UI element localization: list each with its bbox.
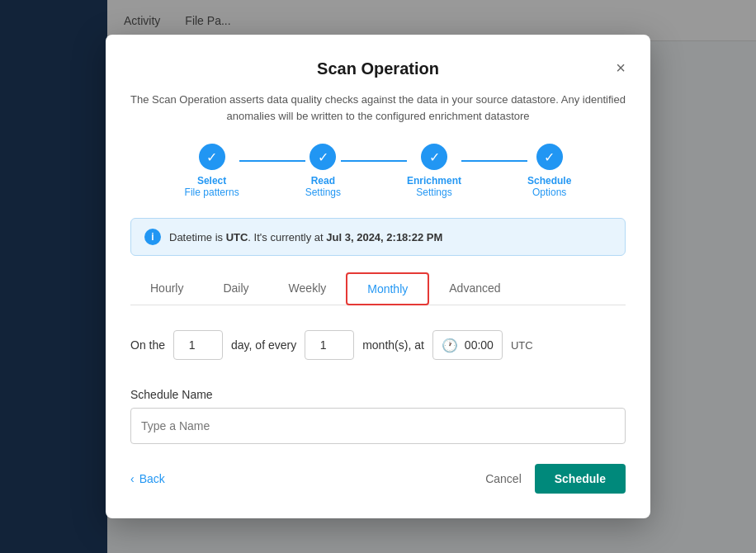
time-value: 00:00 bbox=[465, 338, 494, 352]
step-select-circle: ✓ bbox=[199, 144, 225, 170]
back-button[interactable]: ‹ Back bbox=[130, 472, 165, 485]
step-enrichment-circle: ✓ bbox=[421, 144, 447, 170]
tab-advanced[interactable]: Advanced bbox=[429, 272, 520, 305]
step-select: ✓ Select File patterns bbox=[185, 144, 239, 198]
months-at-label: month(s), at bbox=[362, 338, 424, 352]
tab-monthly[interactable]: Monthly bbox=[346, 272, 429, 305]
step-read-label: Read Settings bbox=[305, 175, 341, 198]
monthly-tab-content: On the day, of every month(s), at 🕐 00:0… bbox=[130, 322, 626, 368]
of-every-label: day, of every bbox=[231, 338, 296, 352]
close-button[interactable]: × bbox=[616, 59, 626, 76]
step-connector-2 bbox=[341, 160, 407, 162]
time-input-wrapper: 🕐 00:00 bbox=[432, 330, 503, 360]
step-enrichment: ✓ Enrichment Settings bbox=[407, 144, 461, 198]
step-schedule: ✓ Schedule Options bbox=[527, 144, 571, 198]
tab-daily[interactable]: Daily bbox=[203, 272, 268, 305]
clock-icon: 🕐 bbox=[442, 338, 458, 353]
scan-operation-modal: Scan Operation × The Scan Operation asse… bbox=[106, 35, 650, 518]
step-read-circle: ✓ bbox=[309, 144, 336, 170]
info-icon: i bbox=[144, 229, 161, 245]
cancel-button[interactable]: Cancel bbox=[485, 472, 522, 485]
step-connector-1 bbox=[239, 160, 305, 162]
step-schedule-label: Schedule Options bbox=[527, 175, 571, 198]
tab-weekly[interactable]: Weekly bbox=[269, 272, 347, 305]
day-input[interactable] bbox=[173, 330, 223, 360]
info-datetime: Jul 3, 2024, 2:18:22 PM bbox=[326, 231, 442, 243]
back-chevron-icon: ‹ bbox=[130, 472, 135, 485]
step-select-label: Select File patterns bbox=[185, 175, 239, 198]
info-banner: i Datetime is UTC. It's currently at Jul… bbox=[130, 218, 626, 256]
step-schedule-circle: ✓ bbox=[536, 144, 563, 170]
modal-description: The Scan Operation asserts data quality … bbox=[130, 92, 626, 124]
modal-footer: ‹ Back Cancel Schedule bbox=[130, 464, 626, 494]
step-enrichment-label: Enrichment Settings bbox=[407, 175, 461, 198]
steps-container: ✓ Select File patterns ✓ Read Settings ✓… bbox=[130, 144, 626, 198]
footer-right: Cancel Schedule bbox=[485, 464, 626, 494]
info-text: Datetime is UTC. It's currently at Jul 3… bbox=[169, 231, 442, 243]
step-connector-3 bbox=[461, 160, 527, 162]
modal-title: Scan Operation bbox=[130, 59, 626, 78]
schedule-row: On the day, of every month(s), at 🕐 00:0… bbox=[130, 322, 626, 368]
modal-header: Scan Operation × bbox=[130, 59, 626, 78]
schedule-tabs: Hourly Daily Weekly Monthly Advanced bbox=[130, 272, 626, 305]
schedule-name-input[interactable] bbox=[130, 408, 626, 444]
tab-hourly[interactable]: Hourly bbox=[130, 272, 203, 305]
back-label: Back bbox=[139, 472, 165, 485]
schedule-button[interactable]: Schedule bbox=[535, 464, 626, 494]
schedule-name-label: Schedule Name bbox=[130, 388, 626, 401]
schedule-name-section: Schedule Name bbox=[130, 388, 626, 444]
utc-label: UTC bbox=[511, 339, 533, 352]
on-the-label: On the bbox=[130, 338, 165, 352]
month-input[interactable] bbox=[305, 330, 354, 360]
step-read: ✓ Read Settings bbox=[305, 144, 341, 198]
